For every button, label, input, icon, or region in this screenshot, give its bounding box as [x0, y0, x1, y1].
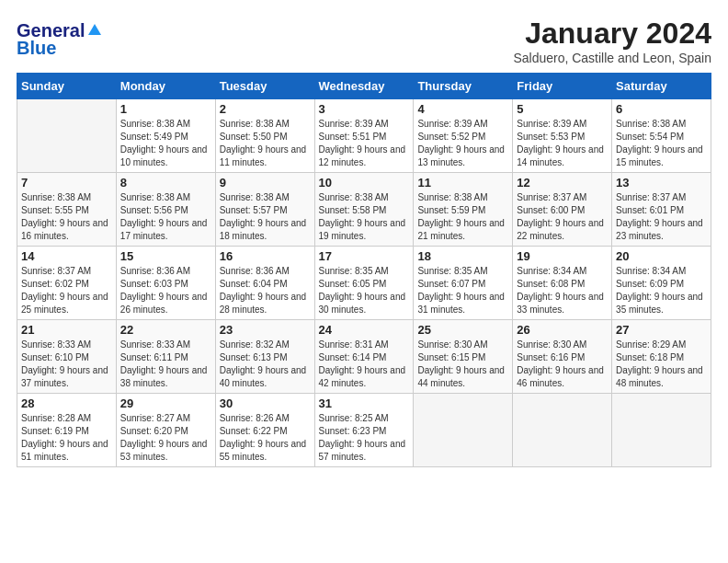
- day-info: Sunrise: 8:30 AMSunset: 6:15 PMDaylight:…: [417, 339, 508, 390]
- day-number: 6: [616, 102, 707, 116]
- day-number: 2: [220, 102, 311, 116]
- calendar-cell: 15Sunrise: 8:36 AMSunset: 6:03 PMDayligh…: [116, 247, 215, 320]
- calendar-cell: 24Sunrise: 8:31 AMSunset: 6:14 PMDayligh…: [314, 320, 414, 394]
- day-info: Sunrise: 8:38 AMSunset: 5:59 PMDaylight:…: [417, 191, 508, 243]
- day-info: Sunrise: 8:30 AMSunset: 6:16 PMDaylight:…: [517, 339, 608, 390]
- day-number: 28: [21, 396, 112, 410]
- calendar-cell: 10Sunrise: 8:38 AMSunset: 5:58 PMDayligh…: [314, 173, 414, 247]
- weekday-header-saturday: Saturday: [612, 74, 711, 99]
- calendar-page: General Blue January 2024 Salduero, Cast…: [0, 0, 728, 563]
- location-subtitle: Salduero, Castille and Leon, Spain: [513, 51, 711, 65]
- calendar-cell: 2Sunrise: 8:38 AMSunset: 5:50 PMDaylight…: [215, 99, 314, 173]
- calendar-cell: 30Sunrise: 8:26 AMSunset: 6:22 PMDayligh…: [215, 394, 314, 467]
- day-info: Sunrise: 8:38 AMSunset: 5:50 PMDaylight:…: [220, 118, 311, 169]
- calendar-cell: 16Sunrise: 8:36 AMSunset: 6:04 PMDayligh…: [215, 247, 314, 320]
- day-info: Sunrise: 8:25 AMSunset: 6:23 PMDaylight:…: [319, 412, 410, 464]
- day-number: 27: [616, 323, 707, 337]
- day-info: Sunrise: 8:37 AMSunset: 6:01 PMDaylight:…: [616, 191, 707, 243]
- calendar-cell: 9Sunrise: 8:38 AMSunset: 5:57 PMDaylight…: [215, 173, 314, 247]
- day-info: Sunrise: 8:39 AMSunset: 5:52 PMDaylight:…: [417, 118, 508, 169]
- calendar-cell: [612, 394, 711, 467]
- day-info: Sunrise: 8:38 AMSunset: 5:54 PMDaylight:…: [616, 118, 707, 169]
- day-number: 12: [517, 176, 608, 190]
- day-number: 20: [616, 249, 707, 263]
- calendar-cell: 25Sunrise: 8:30 AMSunset: 6:15 PMDayligh…: [414, 320, 513, 394]
- calendar-cell: [513, 394, 612, 467]
- day-number: 14: [21, 249, 112, 263]
- day-number: 31: [319, 396, 410, 410]
- day-number: 23: [220, 323, 311, 337]
- day-info: Sunrise: 8:38 AMSunset: 5:56 PMDaylight:…: [120, 191, 211, 243]
- day-info: Sunrise: 8:39 AMSunset: 5:53 PMDaylight:…: [517, 118, 608, 169]
- logo-blue-text: Blue: [17, 38, 56, 59]
- day-number: 21: [21, 323, 112, 337]
- calendar-cell: 7Sunrise: 8:38 AMSunset: 5:55 PMDaylight…: [17, 173, 117, 247]
- title-block: January 2024 Salduero, Castille and Leon…: [513, 17, 711, 65]
- weekday-header-wednesday: Wednesday: [314, 74, 414, 99]
- day-info: Sunrise: 8:29 AMSunset: 6:18 PMDaylight:…: [616, 339, 707, 390]
- svg-marker-0: [88, 24, 101, 35]
- day-info: Sunrise: 8:36 AMSunset: 6:04 PMDaylight:…: [220, 265, 311, 316]
- weekday-header-tuesday: Tuesday: [215, 74, 314, 99]
- day-info: Sunrise: 8:38 AMSunset: 5:57 PMDaylight:…: [220, 191, 311, 243]
- month-title: January 2024: [513, 17, 711, 51]
- day-info: Sunrise: 8:38 AMSunset: 5:58 PMDaylight:…: [319, 191, 410, 243]
- calendar-table: SundayMondayTuesdayWednesdayThursdayFrid…: [17, 73, 711, 467]
- day-number: 22: [120, 323, 211, 337]
- day-info: Sunrise: 8:35 AMSunset: 6:05 PMDaylight:…: [319, 265, 410, 316]
- weekday-header-row: SundayMondayTuesdayWednesdayThursdayFrid…: [17, 74, 711, 99]
- day-number: 25: [417, 323, 508, 337]
- calendar-week-row: 21Sunrise: 8:33 AMSunset: 6:10 PMDayligh…: [17, 320, 711, 394]
- day-number: 16: [220, 249, 311, 263]
- day-info: Sunrise: 8:34 AMSunset: 6:08 PMDaylight:…: [517, 265, 608, 316]
- calendar-week-row: 1Sunrise: 8:38 AMSunset: 5:49 PMDaylight…: [17, 99, 711, 173]
- day-number: 1: [120, 102, 211, 116]
- day-info: Sunrise: 8:33 AMSunset: 6:11 PMDaylight:…: [120, 339, 211, 390]
- day-number: 29: [120, 396, 211, 410]
- calendar-cell: 31Sunrise: 8:25 AMSunset: 6:23 PMDayligh…: [314, 394, 414, 467]
- day-info: Sunrise: 8:27 AMSunset: 6:20 PMDaylight:…: [120, 412, 211, 464]
- day-info: Sunrise: 8:33 AMSunset: 6:10 PMDaylight:…: [21, 339, 112, 390]
- page-header: General Blue January 2024 Salduero, Cast…: [17, 17, 711, 65]
- calendar-cell: 5Sunrise: 8:39 AMSunset: 5:53 PMDaylight…: [513, 99, 612, 173]
- calendar-cell: 12Sunrise: 8:37 AMSunset: 6:00 PMDayligh…: [513, 173, 612, 247]
- day-number: 7: [21, 176, 112, 190]
- day-info: Sunrise: 8:31 AMSunset: 6:14 PMDaylight:…: [319, 339, 410, 390]
- weekday-header-friday: Friday: [513, 74, 612, 99]
- day-number: 9: [220, 176, 311, 190]
- calendar-cell: 22Sunrise: 8:33 AMSunset: 6:11 PMDayligh…: [116, 320, 215, 394]
- calendar-cell: 17Sunrise: 8:35 AMSunset: 6:05 PMDayligh…: [314, 247, 414, 320]
- calendar-cell: 6Sunrise: 8:38 AMSunset: 5:54 PMDaylight…: [612, 99, 711, 173]
- calendar-cell: 1Sunrise: 8:38 AMSunset: 5:49 PMDaylight…: [116, 99, 215, 173]
- calendar-cell: 23Sunrise: 8:32 AMSunset: 6:13 PMDayligh…: [215, 320, 314, 394]
- day-number: 15: [120, 249, 211, 263]
- calendar-cell: 11Sunrise: 8:38 AMSunset: 5:59 PMDayligh…: [414, 173, 513, 247]
- day-number: 17: [319, 249, 410, 263]
- day-info: Sunrise: 8:36 AMSunset: 6:03 PMDaylight:…: [120, 265, 211, 316]
- day-info: Sunrise: 8:39 AMSunset: 5:51 PMDaylight:…: [319, 118, 410, 169]
- calendar-cell: 18Sunrise: 8:35 AMSunset: 6:07 PMDayligh…: [414, 247, 513, 320]
- calendar-cell: [17, 99, 117, 173]
- logo-arrow-icon: [86, 22, 103, 39]
- day-info: Sunrise: 8:28 AMSunset: 6:19 PMDaylight:…: [21, 412, 112, 464]
- logo: General Blue: [17, 20, 103, 59]
- day-number: 3: [319, 102, 410, 116]
- day-number: 24: [319, 323, 410, 337]
- day-number: 26: [517, 323, 608, 337]
- day-number: 11: [417, 176, 508, 190]
- calendar-week-row: 28Sunrise: 8:28 AMSunset: 6:19 PMDayligh…: [17, 394, 711, 467]
- calendar-week-row: 7Sunrise: 8:38 AMSunset: 5:55 PMDaylight…: [17, 173, 711, 247]
- day-info: Sunrise: 8:35 AMSunset: 6:07 PMDaylight:…: [417, 265, 508, 316]
- weekday-header-thursday: Thursday: [414, 74, 513, 99]
- calendar-cell: 19Sunrise: 8:34 AMSunset: 6:08 PMDayligh…: [513, 247, 612, 320]
- calendar-cell: 20Sunrise: 8:34 AMSunset: 6:09 PMDayligh…: [612, 247, 711, 320]
- day-number: 5: [517, 102, 608, 116]
- weekday-header-sunday: Sunday: [17, 74, 117, 99]
- calendar-cell: 3Sunrise: 8:39 AMSunset: 5:51 PMDaylight…: [314, 99, 414, 173]
- calendar-cell: 28Sunrise: 8:28 AMSunset: 6:19 PMDayligh…: [17, 394, 117, 467]
- calendar-cell: 27Sunrise: 8:29 AMSunset: 6:18 PMDayligh…: [612, 320, 711, 394]
- day-number: 4: [417, 102, 508, 116]
- calendar-cell: 14Sunrise: 8:37 AMSunset: 6:02 PMDayligh…: [17, 247, 117, 320]
- calendar-cell: [414, 394, 513, 467]
- day-number: 18: [417, 249, 508, 263]
